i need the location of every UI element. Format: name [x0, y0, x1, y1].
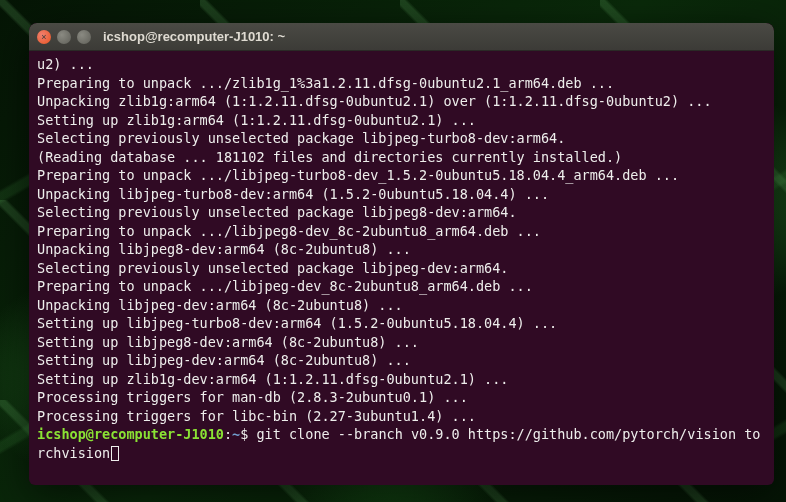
close-icon[interactable]: × — [37, 30, 51, 44]
prompt-line: icshop@recomputer-J1010:~$ git clone --b… — [37, 426, 760, 461]
terminal-output-line: u2) ... — [37, 55, 766, 74]
terminal-output-line: Unpacking zlib1g:arm64 (1:1.2.11.dfsg-0u… — [37, 92, 766, 111]
terminal-output-line: Unpacking libjpeg8-dev:arm64 (8c-2ubuntu… — [37, 240, 766, 259]
terminal-output-line: Preparing to unpack .../libjpeg-turbo8-d… — [37, 166, 766, 185]
terminal-output-line: (Reading database ... 181102 files and d… — [37, 148, 766, 167]
terminal-output-line: Preparing to unpack .../libjpeg8-dev_8c-… — [37, 222, 766, 241]
minimize-icon[interactable] — [57, 30, 71, 44]
terminal-output-line: Setting up zlib1g-dev:arm64 (1:1.2.11.df… — [37, 370, 766, 389]
terminal-output-line: Preparing to unpack .../libjpeg-dev_8c-2… — [37, 277, 766, 296]
prompt-dollar: $ — [240, 426, 256, 442]
terminal-output-line: Setting up libjpeg-turbo8-dev:arm64 (1.5… — [37, 314, 766, 333]
cursor-icon — [111, 446, 119, 461]
terminal-body[interactable]: u2) ...Preparing to unpack .../zlib1g_1%… — [29, 51, 774, 485]
terminal-output-line: Selecting previously unselected package … — [37, 203, 766, 222]
terminal-output-line: Setting up libjpeg-dev:arm64 (8c-2ubuntu… — [37, 351, 766, 370]
terminal-output-line: Setting up libjpeg8-dev:arm64 (8c-2ubunt… — [37, 333, 766, 352]
terminal-output-line: Selecting previously unselected package … — [37, 129, 766, 148]
terminal-output-line: Setting up zlib1g:arm64 (1:1.2.11.dfsg-0… — [37, 111, 766, 130]
prompt-user-host: icshop@recomputer-J1010 — [37, 426, 224, 442]
terminal-output-line: Preparing to unpack .../zlib1g_1%3a1.2.1… — [37, 74, 766, 93]
window-title: icshop@recomputer-J1010: ~ — [103, 29, 285, 44]
terminal-output-line: Processing triggers for libc-bin (2.27-3… — [37, 407, 766, 426]
terminal-window: × icshop@recomputer-J1010: ~ u2) ...Prep… — [29, 23, 774, 485]
maximize-icon[interactable] — [77, 30, 91, 44]
terminal-output-line: Unpacking libjpeg-turbo8-dev:arm64 (1.5.… — [37, 185, 766, 204]
terminal-output: u2) ...Preparing to unpack .../zlib1g_1%… — [37, 55, 766, 425]
prompt-sep: : — [224, 426, 232, 442]
terminal-output-line: Selecting previously unselected package … — [37, 259, 766, 278]
terminal-output-line: Unpacking libjpeg-dev:arm64 (8c-2ubuntu8… — [37, 296, 766, 315]
prompt-path: ~ — [232, 426, 240, 442]
terminal-output-line: Processing triggers for man-db (2.8.3-2u… — [37, 388, 766, 407]
titlebar[interactable]: × icshop@recomputer-J1010: ~ — [29, 23, 774, 51]
